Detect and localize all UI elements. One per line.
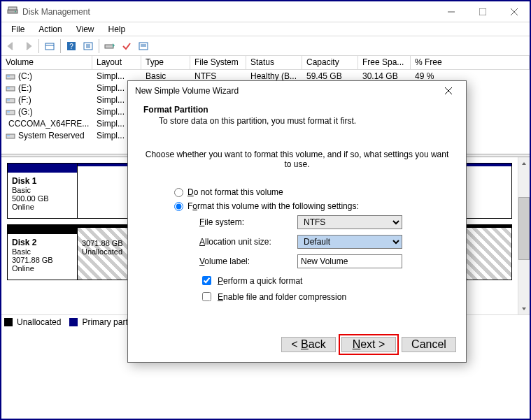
label-file-system: File system:	[199, 217, 297, 227]
window-title: Disk Management	[22, 7, 90, 17]
check-icon[interactable]	[118, 38, 135, 54]
disk-info: Disk 1Basic500.00 GBOnline	[8, 164, 78, 218]
checkbox-compression[interactable]: Enable file and folder compression	[199, 290, 451, 303]
wizard-subheader: To store data on this partition, you mus…	[159, 116, 451, 126]
back-button[interactable]: < Back	[281, 337, 336, 352]
checkbox-compression-label: Enable file and folder compression	[218, 292, 346, 302]
cancel-button[interactable]: Cancel	[402, 337, 456, 352]
close-button[interactable]	[498, 1, 530, 22]
svg-text:?: ?	[69, 43, 73, 50]
svg-rect-1	[8, 7, 17, 10]
wizard-instruction: Choose whether you want to format this v…	[143, 150, 451, 169]
svg-rect-26	[7, 111, 10, 113]
col-freespace[interactable]: Free Spa...	[358, 56, 411, 69]
legend-unallocated-label: Unallocated	[17, 317, 61, 327]
window-titlebar: Disk Management	[1, 1, 530, 22]
svg-rect-4	[479, 8, 486, 15]
menu-file[interactable]: File	[4, 24, 31, 34]
svg-rect-20	[7, 75, 10, 77]
svg-rect-24	[7, 99, 10, 101]
col-type[interactable]: Type	[141, 56, 190, 69]
svg-rect-7	[45, 43, 54, 50]
col-filesystem[interactable]: File System	[190, 56, 246, 69]
radio-format-volume-input[interactable]	[174, 202, 183, 211]
col-status[interactable]: Status	[246, 56, 302, 69]
menu-view[interactable]: View	[69, 24, 101, 34]
svg-rect-15	[105, 45, 113, 48]
disk-info: Disk 2Basic3071.88 GBOnline	[8, 225, 78, 280]
label-volume-label: Volume label:	[199, 256, 297, 266]
svg-rect-22	[7, 87, 10, 89]
col-percentfree[interactable]: % Free	[411, 56, 530, 69]
menu-action[interactable]: Action	[31, 24, 69, 34]
rescan-icon[interactable]	[101, 38, 118, 54]
legend-primary-swatch	[69, 318, 78, 326]
dialog-close-icon[interactable]	[438, 81, 459, 101]
svg-rect-30	[7, 135, 10, 136]
help-icon[interactable]: ?	[63, 38, 80, 54]
checkbox-compression-input[interactable]	[202, 292, 211, 301]
back-icon	[3, 38, 20, 54]
checkbox-quick-format[interactable]: Perform a quick format	[199, 274, 451, 287]
col-volume[interactable]: Volume	[1, 56, 92, 69]
list-icon[interactable]	[135, 38, 152, 54]
svg-point-2	[15, 10, 16, 12]
radio-do-not-format-label: Do not format this volume	[187, 187, 283, 197]
input-volume-label[interactable]	[297, 254, 402, 268]
select-allocation-unit[interactable]: Default	[297, 235, 402, 249]
col-capacity[interactable]: Capacity	[302, 56, 358, 69]
checkbox-quick-format-input[interactable]	[202, 276, 211, 285]
wizard-header: Format Partition	[143, 105, 451, 115]
disk-management-icon	[7, 5, 18, 19]
settings-icon[interactable]	[41, 38, 58, 54]
legend-unallocated-swatch	[4, 318, 13, 326]
select-file-system[interactable]: NTFS	[297, 215, 402, 229]
vertical-scrollbar[interactable]	[518, 157, 530, 314]
label-allocation-unit: Allocation unit size:	[199, 237, 297, 247]
checkbox-quick-format-label: Perform a quick format	[218, 276, 302, 286]
scroll-up-icon[interactable]	[518, 157, 530, 169]
toolbar: ?	[1, 36, 530, 56]
minimize-button[interactable]	[435, 1, 467, 22]
scroll-down-icon[interactable]	[518, 303, 530, 314]
radio-do-not-format-input[interactable]	[174, 188, 183, 197]
maximize-button[interactable]	[467, 1, 498, 22]
radio-do-not-format[interactable]: Do not format this volume	[174, 187, 451, 197]
wizard-dialog: New Simple Volume Wizard Format Partitio…	[127, 80, 467, 363]
refresh-icon[interactable]	[80, 38, 97, 54]
radio-format-volume[interactable]: Format this volume with the following se…	[174, 201, 451, 211]
radio-format-volume-label: Format this volume with the following se…	[187, 201, 359, 211]
forward-icon	[20, 38, 36, 54]
scroll-thumb[interactable]	[518, 197, 530, 260]
next-button[interactable]: Next >	[341, 337, 396, 352]
menu-bar: File Action View Help	[1, 22, 530, 36]
col-layout[interactable]: Layout	[92, 56, 141, 69]
volume-list-header: Volume Layout Type File System Status Ca…	[1, 56, 530, 70]
menu-help[interactable]: Help	[101, 24, 133, 34]
dialog-titlebar: New Simple Volume Wizard	[128, 81, 466, 101]
dialog-title: New Simple Volume Wizard	[135, 86, 239, 96]
